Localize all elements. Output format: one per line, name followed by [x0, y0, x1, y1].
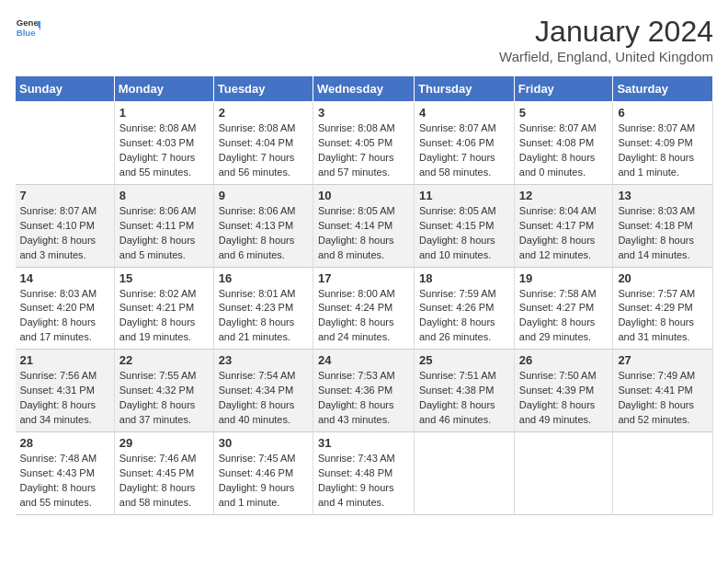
calendar-cell	[16, 102, 115, 185]
day-info: Sunrise: 7:58 AM Sunset: 4:27 PM Dayligh…	[519, 287, 609, 346]
calendar-cell: 3Sunrise: 8:08 AM Sunset: 4:05 PM Daylig…	[313, 102, 414, 185]
day-header: Saturday	[613, 76, 713, 102]
day-info: Sunrise: 7:45 AM Sunset: 4:46 PM Dayligh…	[219, 452, 308, 511]
day-header: Monday	[114, 76, 213, 102]
day-number: 4	[419, 106, 509, 120]
calendar-week-row: 21Sunrise: 7:56 AM Sunset: 4:31 PM Dayli…	[16, 350, 713, 432]
day-header: Tuesday	[213, 76, 313, 102]
day-info: Sunrise: 7:50 AM Sunset: 4:39 PM Dayligh…	[519, 369, 609, 428]
calendar-cell: 17Sunrise: 8:00 AM Sunset: 4:24 PM Dayli…	[313, 267, 414, 350]
calendar-cell: 16Sunrise: 8:01 AM Sunset: 4:23 PM Dayli…	[213, 267, 313, 350]
day-number: 21	[20, 353, 109, 367]
calendar-cell: 18Sunrise: 7:59 AM Sunset: 4:26 PM Dayli…	[415, 267, 515, 350]
calendar-cell: 11Sunrise: 8:05 AM Sunset: 4:15 PM Dayli…	[415, 184, 515, 267]
day-info: Sunrise: 8:08 AM Sunset: 4:05 PM Dayligh…	[318, 121, 409, 180]
calendar-cell: 4Sunrise: 8:07 AM Sunset: 4:06 PM Daylig…	[415, 102, 515, 185]
day-number: 7	[20, 189, 109, 202]
day-number: 14	[20, 271, 109, 285]
day-number: 23	[219, 353, 308, 367]
calendar-cell: 27Sunrise: 7:49 AM Sunset: 4:41 PM Dayli…	[613, 350, 713, 432]
day-header: Wednesday	[313, 76, 414, 102]
day-number: 6	[618, 106, 708, 120]
calendar-cell: 10Sunrise: 8:05 AM Sunset: 4:14 PM Dayli…	[313, 184, 414, 267]
calendar-cell: 19Sunrise: 7:58 AM Sunset: 4:27 PM Dayli…	[514, 267, 613, 350]
day-info: Sunrise: 7:59 AM Sunset: 4:26 PM Dayligh…	[419, 287, 509, 346]
day-info: Sunrise: 8:07 AM Sunset: 4:06 PM Dayligh…	[419, 121, 509, 180]
calendar-cell: 22Sunrise: 7:55 AM Sunset: 4:32 PM Dayli…	[114, 350, 213, 432]
day-info: Sunrise: 7:49 AM Sunset: 4:41 PM Dayligh…	[618, 369, 708, 428]
calendar-cell: 28Sunrise: 7:48 AM Sunset: 4:43 PM Dayli…	[16, 432, 115, 515]
day-number: 9	[219, 189, 308, 202]
day-info: Sunrise: 7:55 AM Sunset: 4:32 PM Dayligh…	[119, 369, 209, 428]
calendar-cell: 25Sunrise: 7:51 AM Sunset: 4:38 PM Dayli…	[415, 350, 515, 432]
calendar-cell: 2Sunrise: 8:08 AM Sunset: 4:04 PM Daylig…	[213, 102, 313, 185]
day-info: Sunrise: 8:07 AM Sunset: 4:08 PM Dayligh…	[519, 121, 609, 180]
day-info: Sunrise: 8:05 AM Sunset: 4:15 PM Dayligh…	[419, 204, 509, 263]
calendar-cell: 23Sunrise: 7:54 AM Sunset: 4:34 PM Dayli…	[213, 350, 313, 432]
title-block: January 2024 Warfield, England, United K…	[499, 15, 713, 64]
calendar-cell: 7Sunrise: 8:07 AM Sunset: 4:10 PM Daylig…	[16, 184, 115, 267]
day-info: Sunrise: 7:53 AM Sunset: 4:36 PM Dayligh…	[318, 369, 409, 428]
calendar-cell	[415, 432, 515, 515]
calendar-cell: 20Sunrise: 7:57 AM Sunset: 4:29 PM Dayli…	[613, 267, 713, 350]
calendar-week-row: 14Sunrise: 8:03 AM Sunset: 4:20 PM Dayli…	[16, 267, 713, 350]
day-number: 27	[618, 353, 708, 367]
calendar-cell: 29Sunrise: 7:46 AM Sunset: 4:45 PM Dayli…	[114, 432, 213, 515]
calendar-cell	[613, 432, 713, 515]
calendar-cell: 26Sunrise: 7:50 AM Sunset: 4:39 PM Dayli…	[514, 350, 613, 432]
calendar-cell: 6Sunrise: 8:07 AM Sunset: 4:09 PM Daylig…	[613, 102, 713, 185]
day-info: Sunrise: 7:46 AM Sunset: 4:45 PM Dayligh…	[119, 452, 209, 511]
calendar-header: SundayMondayTuesdayWednesdayThursdayFrid…	[16, 76, 713, 102]
day-number: 17	[318, 271, 409, 285]
day-info: Sunrise: 8:08 AM Sunset: 4:03 PM Dayligh…	[119, 121, 209, 180]
day-number: 2	[219, 106, 308, 120]
day-info: Sunrise: 8:03 AM Sunset: 4:20 PM Dayligh…	[20, 287, 109, 346]
day-number: 19	[519, 271, 609, 285]
calendar-cell: 14Sunrise: 8:03 AM Sunset: 4:20 PM Dayli…	[16, 267, 115, 350]
day-number: 22	[119, 353, 209, 367]
calendar-cell: 30Sunrise: 7:45 AM Sunset: 4:46 PM Dayli…	[213, 432, 313, 515]
day-info: Sunrise: 8:03 AM Sunset: 4:18 PM Dayligh…	[618, 204, 708, 263]
day-info: Sunrise: 7:43 AM Sunset: 4:48 PM Dayligh…	[318, 452, 409, 511]
calendar-week-row: 28Sunrise: 7:48 AM Sunset: 4:43 PM Dayli…	[16, 432, 713, 515]
logo: General Blue	[15, 15, 40, 40]
day-number: 1	[119, 106, 209, 120]
calendar-cell: 1Sunrise: 8:08 AM Sunset: 4:03 PM Daylig…	[114, 102, 213, 185]
svg-text:Blue: Blue	[17, 28, 36, 38]
calendar-cell: 13Sunrise: 8:03 AM Sunset: 4:18 PM Dayli…	[613, 184, 713, 267]
calendar-cell: 8Sunrise: 8:06 AM Sunset: 4:11 PM Daylig…	[114, 184, 213, 267]
day-number: 29	[119, 436, 209, 450]
day-info: Sunrise: 8:00 AM Sunset: 4:24 PM Dayligh…	[318, 287, 409, 346]
day-number: 12	[519, 189, 609, 202]
day-number: 8	[119, 189, 209, 202]
day-number: 15	[119, 271, 209, 285]
day-number: 5	[519, 106, 609, 120]
day-number: 28	[20, 436, 109, 450]
calendar-week-row: 1Sunrise: 8:08 AM Sunset: 4:03 PM Daylig…	[16, 102, 713, 185]
day-number: 24	[318, 353, 409, 367]
day-info: Sunrise: 8:07 AM Sunset: 4:09 PM Dayligh…	[618, 121, 708, 180]
calendar-cell	[514, 432, 613, 515]
day-number: 11	[419, 189, 509, 202]
calendar-cell: 21Sunrise: 7:56 AM Sunset: 4:31 PM Dayli…	[16, 350, 115, 432]
logo-icon: General Blue	[15, 15, 40, 40]
day-info: Sunrise: 8:08 AM Sunset: 4:04 PM Dayligh…	[219, 121, 308, 180]
calendar-cell: 5Sunrise: 8:07 AM Sunset: 4:08 PM Daylig…	[514, 102, 613, 185]
day-number: 25	[419, 353, 509, 367]
day-number: 30	[219, 436, 308, 450]
day-header: Friday	[514, 76, 613, 102]
day-header: Thursday	[415, 76, 515, 102]
day-info: Sunrise: 8:02 AM Sunset: 4:21 PM Dayligh…	[119, 287, 209, 346]
month-title: January 2024	[499, 15, 713, 49]
calendar-cell: 31Sunrise: 7:43 AM Sunset: 4:48 PM Dayli…	[313, 432, 414, 515]
day-number: 31	[318, 436, 409, 450]
day-info: Sunrise: 7:54 AM Sunset: 4:34 PM Dayligh…	[219, 369, 308, 428]
day-info: Sunrise: 7:48 AM Sunset: 4:43 PM Dayligh…	[20, 452, 109, 511]
day-number: 16	[219, 271, 308, 285]
day-info: Sunrise: 7:51 AM Sunset: 4:38 PM Dayligh…	[419, 369, 509, 428]
day-info: Sunrise: 8:06 AM Sunset: 4:13 PM Dayligh…	[219, 204, 308, 263]
day-number: 10	[318, 189, 409, 202]
day-number: 18	[419, 271, 509, 285]
day-number: 20	[618, 271, 708, 285]
day-info: Sunrise: 8:05 AM Sunset: 4:14 PM Dayligh…	[318, 204, 409, 263]
